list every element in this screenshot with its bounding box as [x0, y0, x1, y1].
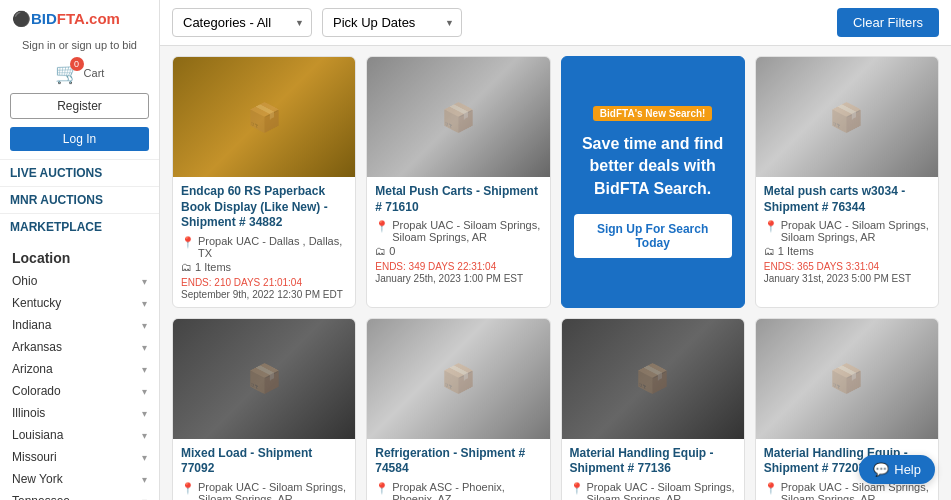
- location-label: Ohio: [12, 274, 37, 288]
- help-label: Help: [894, 462, 921, 477]
- location-item-ohio[interactable]: Ohio▾: [0, 270, 159, 292]
- categories-wrapper[interactable]: Categories - All: [172, 8, 312, 37]
- listing-card[interactable]: 📦 Endcap 60 RS Paperback Book Display (L…: [172, 56, 356, 308]
- location-list: Ohio▾Kentucky▾Indiana▾Arkansas▾Arizona▾C…: [0, 270, 159, 500]
- pin-icon: 📍: [764, 220, 778, 233]
- card-title: Metal push carts w3034 - Shipment # 7634…: [764, 184, 930, 215]
- logo-area: ⚫BIDFTA.com: [0, 0, 159, 34]
- location-label: Tennessee: [12, 494, 70, 500]
- location-label: Colorado: [12, 384, 61, 398]
- chevron-down-icon: ▾: [142, 298, 147, 309]
- grid-area: 📦 Endcap 60 RS Paperback Book Display (L…: [160, 46, 951, 500]
- location-label: New York: [12, 472, 63, 486]
- main-content: Categories - All Pick Up Dates Clear Fil…: [160, 0, 951, 500]
- card-location-text: Propak UAC - Siloam Springs, Siloam Spri…: [781, 219, 930, 243]
- card-image: 📦: [756, 319, 938, 439]
- pin-icon: 📍: [375, 220, 389, 233]
- card-items: 🗂 0: [375, 245, 541, 257]
- card-ends: ENDS: 365 DAYS 3:31:04: [764, 261, 930, 272]
- cart-area[interactable]: 🛒 0 Cart: [0, 57, 159, 89]
- sign-in-text: Sign in or sign up to bid: [10, 38, 149, 53]
- location-item-kentucky[interactable]: Kentucky▾: [0, 292, 159, 314]
- card-title: Metal Push Carts - Shipment # 71610: [375, 184, 541, 215]
- pin-icon: 📍: [181, 482, 195, 495]
- chevron-down-icon: ▾: [142, 342, 147, 353]
- location-item-arkansas[interactable]: Arkansas▾: [0, 336, 159, 358]
- promo-signup-button[interactable]: Sign Up For Search Today: [574, 214, 732, 258]
- card-date: January 25th, 2023 1:00 PM EST: [375, 273, 541, 284]
- cart-label: Cart: [84, 67, 105, 79]
- location-item-tennessee[interactable]: Tennessee▾: [0, 490, 159, 500]
- card-date: January 31st, 2023 5:00 PM EST: [764, 273, 930, 284]
- card-items: 🗂 1 Items: [764, 245, 930, 257]
- location-item-colorado[interactable]: Colorado▾: [0, 380, 159, 402]
- location-label: Louisiana: [12, 428, 63, 442]
- card-title: Mixed Load - Shipment 77092: [181, 446, 347, 477]
- card-items-count: 0: [389, 245, 395, 257]
- card-body: Material Handling Equip - Shipment # 771…: [562, 439, 744, 500]
- card-body: Metal Push Carts - Shipment # 71610 📍 Pr…: [367, 177, 549, 291]
- card-location: 📍 Propak UAC - Siloam Springs, Siloam Sp…: [570, 481, 736, 500]
- card-image: 📦: [367, 319, 549, 439]
- location-header: Location: [0, 240, 159, 270]
- card-ends: ENDS: 349 DAYS 22:31:04: [375, 261, 541, 272]
- listing-card[interactable]: 📦 Refrigeration - Shipment # 74584 📍 Pro…: [366, 318, 550, 500]
- pickup-dates-wrapper[interactable]: Pick Up Dates: [322, 8, 462, 37]
- card-image: 📦: [173, 319, 355, 439]
- auth-area: Sign in or sign up to bid: [0, 34, 159, 57]
- location-item-new-york[interactable]: New York▾: [0, 468, 159, 490]
- sidebar-item-mnr-auctions[interactable]: MNR AUCTIONS: [0, 186, 159, 213]
- categories-select[interactable]: Categories - All: [172, 8, 312, 37]
- cart-badge: 0: [70, 57, 84, 71]
- promo-card: BidFTA's New Search! Save time and find …: [561, 56, 745, 308]
- card-image: 📦: [367, 57, 549, 177]
- location-item-indiana[interactable]: Indiana▾: [0, 314, 159, 336]
- location-item-illinois[interactable]: Illinois▾: [0, 402, 159, 424]
- card-location: 📍 Propak UAC - Dallas , Dallas, TX: [181, 235, 347, 259]
- logo-domain: .com: [85, 10, 120, 27]
- card-image: 📦: [173, 57, 355, 177]
- location-label: Illinois: [12, 406, 45, 420]
- card-items: 🗂 1 Items: [181, 261, 347, 273]
- help-icon: 💬: [873, 462, 889, 477]
- chevron-down-icon: ▾: [142, 452, 147, 463]
- card-location: 📍 Propak UAC - Siloam Springs, Siloam Sp…: [764, 219, 930, 243]
- filter-bar: Categories - All Pick Up Dates Clear Fil…: [160, 0, 951, 46]
- location-item-missouri[interactable]: Missouri▾: [0, 446, 159, 468]
- pin-icon: 📍: [181, 236, 195, 249]
- register-button[interactable]: Register: [10, 93, 149, 119]
- listing-card[interactable]: 📦 Metal Push Carts - Shipment # 71610 📍 …: [366, 56, 550, 308]
- help-button[interactable]: 💬 Help: [859, 455, 935, 484]
- chevron-down-icon: ▾: [142, 408, 147, 419]
- location-label: Arizona: [12, 362, 53, 376]
- listing-card[interactable]: 📦 Mixed Load - Shipment 77092 📍 Propak U…: [172, 318, 356, 500]
- chevron-down-icon: ▾: [142, 320, 147, 331]
- card-location-text: Propak ASC - Phoenix, Phoenix, AZ: [392, 481, 541, 500]
- location-item-arizona[interactable]: Arizona▾: [0, 358, 159, 380]
- card-date: September 9th, 2022 12:30 PM EDT: [181, 289, 347, 300]
- promo-badge: BidFTA's New Search!: [593, 106, 713, 121]
- card-ends: ENDS: 210 DAYS 21:01:04: [181, 277, 347, 288]
- listing-card[interactable]: 📦 Material Handling Equip - Shipment # 7…: [561, 318, 745, 500]
- card-body: Mixed Load - Shipment 77092 📍 Propak UAC…: [173, 439, 355, 500]
- cart-icon[interactable]: 🛒 0: [55, 61, 80, 85]
- login-button[interactable]: Log In: [10, 127, 149, 151]
- logo-bid: ⚫BID: [12, 10, 57, 27]
- location-item-louisiana[interactable]: Louisiana▾: [0, 424, 159, 446]
- items-icon: 🗂: [181, 261, 192, 273]
- card-location-text: Propak UAC - Dallas , Dallas, TX: [198, 235, 347, 259]
- sidebar-item-marketplace[interactable]: MARKETPLACE: [0, 213, 159, 240]
- card-location: 📍 Propak ASC - Phoenix, Phoenix, AZ: [375, 481, 541, 500]
- card-items-count: 1 Items: [778, 245, 814, 257]
- clear-filters-button[interactable]: Clear Filters: [837, 8, 939, 37]
- card-title: Refrigeration - Shipment # 74584: [375, 446, 541, 477]
- chevron-down-icon: ▾: [142, 386, 147, 397]
- listing-card[interactable]: 📦 Metal push carts w3034 - Shipment # 76…: [755, 56, 939, 308]
- card-title: Endcap 60 RS Paperback Book Display (Lik…: [181, 184, 347, 231]
- sidebar-item-live-auctions[interactable]: LIVE AUCTIONS: [0, 159, 159, 186]
- items-icon: 🗂: [764, 245, 775, 257]
- items-icon: 🗂: [375, 245, 386, 257]
- pickup-dates-select[interactable]: Pick Up Dates: [322, 8, 462, 37]
- card-location-text: Propak UAC - Siloam Springs, Siloam Spri…: [198, 481, 347, 500]
- logo-fta: FTA: [57, 10, 85, 27]
